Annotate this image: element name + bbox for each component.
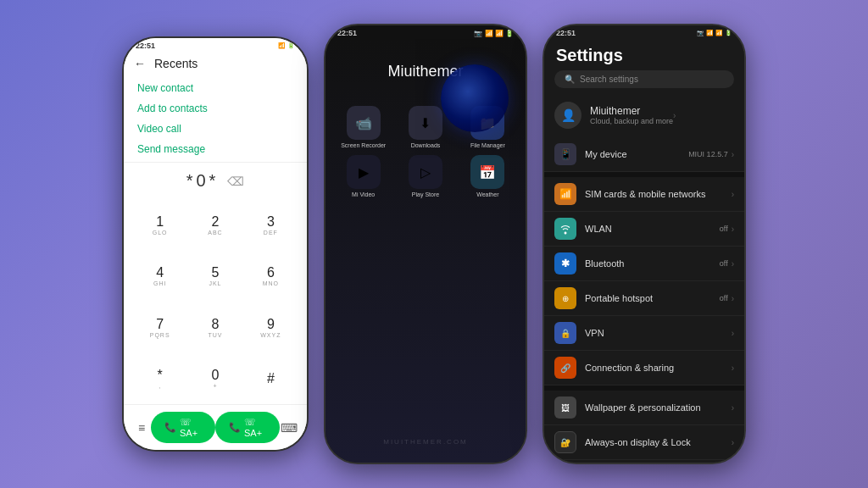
dial-key-5[interactable]: 5 JKL bbox=[187, 251, 242, 302]
profile-name: Miuithemer bbox=[590, 105, 673, 117]
status-bar-2: 22:51 📷 📶 📶 🔋 bbox=[326, 25, 526, 39]
settings-item-bluetooth[interactable]: ✱ Bluetooth off › bbox=[544, 247, 744, 281]
sim-cards-right: › bbox=[732, 190, 734, 199]
phone-1: 22:51 📶🔋 ← Recents New contact Add to co… bbox=[122, 36, 309, 452]
connection-sharing-chevron-icon: › bbox=[732, 363, 734, 373]
action-video-call[interactable]: Video call bbox=[137, 123, 293, 135]
wallpaper-chevron-icon: › bbox=[732, 403, 734, 413]
profile-sub: Cloud, backup and more bbox=[590, 117, 673, 125]
wlan-icon bbox=[554, 218, 576, 240]
menu-icon[interactable]: ≡ bbox=[132, 416, 151, 440]
bluetooth-value: off bbox=[720, 259, 728, 268]
action-new-contact[interactable]: New contact bbox=[137, 82, 293, 94]
home-screen: Miuithemer 📹 Screen Recorder ⬇ Downloads… bbox=[326, 39, 526, 463]
downloads-icon: ⬇ bbox=[409, 106, 442, 140]
dialpad: 1 GLO 2 ABC 3 DEF 4 GHI 5 JKL 6 MNO bbox=[124, 199, 307, 404]
settings-item-always-on[interactable]: 🔐 Always-on display & Lock › bbox=[544, 425, 744, 460]
hotspot-chevron-icon: › bbox=[732, 294, 734, 303]
search-icon: 🔍 bbox=[565, 75, 575, 84]
settings-screen: Settings 🔍 Search settings 👤 Miuithemer … bbox=[544, 39, 744, 463]
phone-icon-2: 📞 bbox=[229, 422, 241, 433]
dial-key-9[interactable]: 9 WXYZ bbox=[243, 302, 298, 353]
search-placeholder: Search settings bbox=[580, 75, 638, 84]
keypad-icon[interactable]: ⌨ bbox=[280, 416, 298, 440]
always-on-right: › bbox=[732, 438, 734, 447]
hotspot-content: Portable hotspot bbox=[585, 293, 720, 303]
action-add-contact[interactable]: Add to contacts bbox=[137, 103, 293, 114]
phone-icon-1: 📞 bbox=[164, 422, 176, 433]
always-on-content: Always-on display & Lock bbox=[585, 437, 732, 447]
dial-number: *0* bbox=[186, 171, 220, 191]
wallpaper-right: › bbox=[732, 403, 734, 413]
dial-key-4[interactable]: 4 GHI bbox=[132, 251, 187, 302]
dial-key-0[interactable]: 0 + bbox=[187, 353, 242, 405]
settings-title: Settings bbox=[544, 39, 744, 70]
my-device-value: MIUI 12.5.7 bbox=[688, 150, 728, 158]
app-weather[interactable]: 📅 Weather bbox=[460, 155, 515, 197]
settings-item-my-device[interactable]: 📱 My device MIUI 12.5.7 › bbox=[544, 137, 744, 172]
sim-cards-content: SIM cards & mobile networks bbox=[585, 189, 732, 199]
settings-item-vpn[interactable]: 🔒 VPN › bbox=[544, 316, 744, 351]
settings-item-wlan[interactable]: WLAN off › bbox=[544, 212, 744, 247]
screen-recorder-icon: 📹 bbox=[347, 106, 381, 140]
app-mi-video[interactable]: ▶ Mi Video bbox=[336, 155, 391, 197]
wallpaper-icon: 🖼 bbox=[554, 396, 576, 419]
always-on-icon: 🔐 bbox=[554, 431, 576, 453]
dial-key-star[interactable]: * , bbox=[132, 353, 187, 405]
backspace-button[interactable]: ⌫ bbox=[227, 175, 244, 188]
dial-display: *0* ⌫ bbox=[124, 163, 307, 199]
my-device-content: My device bbox=[585, 149, 688, 159]
bluetooth-chevron-icon: › bbox=[732, 259, 734, 269]
sim-cards-chevron-icon: › bbox=[732, 190, 734, 199]
vpn-chevron-icon: › bbox=[732, 329, 734, 338]
always-on-title: Always-on display & Lock bbox=[585, 437, 732, 447]
dial-key-2[interactable]: 2 ABC bbox=[187, 199, 242, 251]
settings-item-sim-cards[interactable]: 📶 SIM cards & mobile networks › bbox=[544, 177, 744, 212]
dial-key-3[interactable]: 3 DEF bbox=[243, 199, 298, 251]
settings-search-bar[interactable]: 🔍 Search settings bbox=[554, 70, 734, 88]
settings-item-connection-sharing[interactable]: 🔗 Connection & sharing › bbox=[544, 351, 744, 385]
settings-profile-row[interactable]: 👤 Miuithemer Cloud, backup and more › bbox=[544, 95, 744, 136]
watermark: MIUITHEMER.COM bbox=[383, 438, 468, 446]
wlan-content: WLAN bbox=[585, 224, 720, 234]
time-2: 22:51 bbox=[337, 29, 357, 37]
wlan-title: WLAN bbox=[585, 224, 720, 234]
app-screen-recorder[interactable]: 📹 Screen Recorder bbox=[336, 106, 391, 148]
sim-cards-title: SIM cards & mobile networks bbox=[585, 189, 732, 199]
settings-item-wallpaper[interactable]: 🖼 Wallpaper & personalization › bbox=[544, 391, 744, 425]
mi-video-icon: ▶ bbox=[347, 155, 381, 189]
my-device-title: My device bbox=[585, 149, 688, 159]
call-button-2[interactable]: 📞 ☏ SA+ bbox=[215, 412, 280, 443]
back-button[interactable]: ← bbox=[134, 57, 146, 70]
call-button-1[interactable]: 📞 ☏ SA+ bbox=[151, 412, 215, 443]
my-device-icon: 📱 bbox=[554, 143, 576, 165]
settings-item-hotspot[interactable]: ⊕ Portable hotspot off › bbox=[544, 281, 744, 316]
dial-key-1[interactable]: 1 GLO bbox=[132, 199, 187, 251]
sim-cards-icon: 📶 bbox=[554, 183, 576, 205]
recents-actions: New contact Add to contacts Video call S… bbox=[124, 75, 307, 163]
bluetooth-content: Bluetooth bbox=[585, 258, 720, 269]
dial-key-7[interactable]: 7 PQRS bbox=[132, 302, 187, 353]
vpn-icon: 🔒 bbox=[554, 322, 576, 344]
dial-key-8[interactable]: 8 TUV bbox=[187, 302, 242, 353]
dialer-bottom: ≡ 📞 ☏ SA+ 📞 ☏ SA+ ⌨ bbox=[124, 404, 307, 450]
status-icons-1: 📶🔋 bbox=[278, 42, 295, 49]
my-device-right: MIUI 12.5.7 › bbox=[688, 150, 734, 159]
app-play-store[interactable]: ▷ Play Store bbox=[398, 155, 453, 197]
my-device-chevron-icon: › bbox=[732, 150, 734, 159]
bluetooth-title: Bluetooth bbox=[585, 258, 720, 269]
profile-chevron-icon: › bbox=[673, 111, 676, 120]
always-on-chevron-icon: › bbox=[732, 438, 734, 447]
vpn-right: › bbox=[732, 329, 734, 338]
dial-key-6[interactable]: 6 MNO bbox=[243, 251, 298, 302]
bluetooth-icon: ✱ bbox=[554, 252, 576, 274]
hotspot-value: off bbox=[720, 294, 728, 302]
status-icons-3: 📷 📶 📶 🔋 bbox=[697, 30, 732, 36]
wlan-right: off › bbox=[720, 225, 734, 234]
profile-avatar: 👤 bbox=[554, 102, 581, 129]
dial-key-hash[interactable]: # bbox=[243, 353, 298, 405]
action-send-message[interactable]: Send message bbox=[137, 143, 293, 155]
wlan-value: off bbox=[720, 225, 728, 233]
wlan-chevron-icon: › bbox=[732, 225, 734, 234]
profile-chevron-wrap: › bbox=[673, 111, 676, 120]
